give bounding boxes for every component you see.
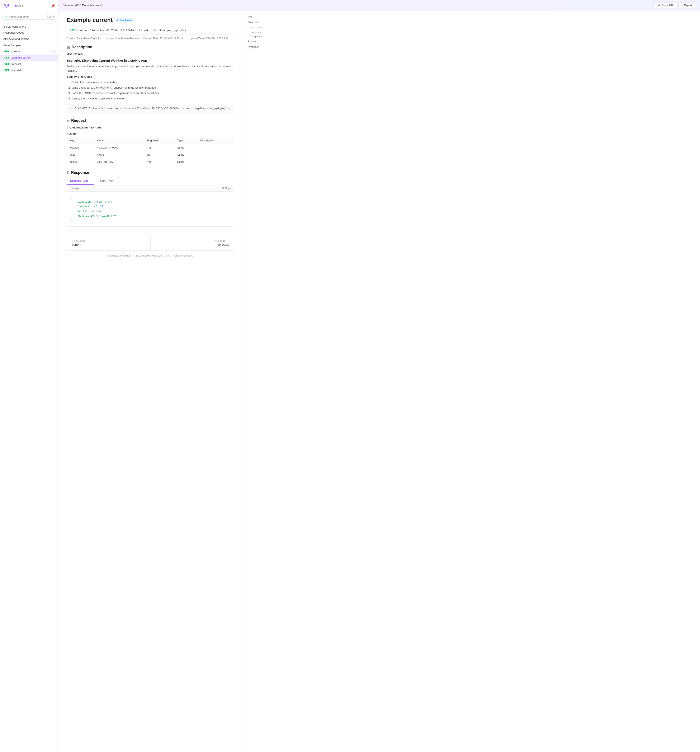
sidebar-item-label: current bbox=[11, 50, 20, 53]
right-nav-use-cases[interactable]: use-cases bbox=[246, 25, 272, 30]
export-button[interactable]: ↑ Export bbox=[678, 2, 695, 8]
pin-icon[interactable]: 📌 bbox=[51, 4, 55, 8]
response-icon: {} bbox=[67, 171, 69, 175]
meta-info: Creator: Cora Maeve Reynolds Updater: Co… bbox=[67, 37, 234, 40]
next-hint-text: next page > bbox=[215, 239, 227, 242]
sidebar-item-historial[interactable]: GET historial + bbox=[0, 67, 58, 73]
step-4: Display the data in the app's weather wi… bbox=[71, 96, 234, 101]
search-input-wrap[interactable]: 🔍 bbox=[3, 14, 46, 20]
copy-label: Copy bbox=[225, 187, 231, 190]
page-title: Example current bbox=[67, 17, 113, 23]
page-title-row: Example current ● Developing bbox=[67, 17, 234, 23]
prev-page-nav[interactable]: ‹ < last page current bbox=[67, 235, 151, 251]
next-page-nav[interactable]: next page > › forecast bbox=[151, 235, 234, 251]
auth-value: NO Auth bbox=[90, 126, 101, 129]
top-header: Weather API / Example current ⊕ Copy API… bbox=[59, 0, 700, 11]
th-description: Description bbox=[198, 137, 234, 144]
response-section-heading: {} Response bbox=[67, 171, 234, 175]
response-box: Example ⧉ Copy { "location": "New York", bbox=[67, 185, 234, 227]
auth-label: Authentication: bbox=[69, 126, 88, 129]
plus-icon[interactable]: + bbox=[53, 44, 55, 47]
sidebar-item-code-samples[interactable]: Code Samples + bbox=[0, 42, 58, 48]
filter-label: All bbox=[49, 16, 52, 19]
right-nav-scenario[interactable]: scenario-displayin... bbox=[246, 30, 272, 39]
scenario-text: To display current weather conditions in… bbox=[67, 64, 234, 73]
copy-api-button[interactable]: ⊕ Copy API bbox=[655, 2, 676, 8]
table-row: units metric No String bbox=[67, 151, 234, 158]
pagination: ‹ < last page current next page > › fore… bbox=[67, 235, 234, 251]
right-nav-request[interactable]: Request bbox=[246, 39, 272, 44]
sidebar-item-response-codes[interactable]: Response Codes bbox=[0, 30, 58, 36]
meta-creator: Creator: Cora Maeve Reynolds bbox=[67, 37, 101, 40]
prev-arrow-icon: ‹ bbox=[72, 239, 73, 242]
endpoint-url: /current?location=40.7128,-74.0060&units… bbox=[77, 29, 186, 32]
next-arrow-icon: › bbox=[228, 239, 229, 242]
copy-api-label: Copy API bbox=[661, 4, 673, 7]
plus-icon[interactable]: + bbox=[53, 68, 55, 72]
td-required: Yes bbox=[144, 144, 175, 151]
copy-response-button[interactable]: ⧉ Copy bbox=[222, 187, 231, 190]
json-line-temperature: "temperature": 22, bbox=[70, 204, 230, 209]
breadcrumb-parent[interactable]: Weather API bbox=[64, 4, 79, 7]
tab-failure-404[interactable]: Failure（404） bbox=[95, 177, 119, 185]
plus-icon[interactable]: + bbox=[53, 62, 55, 65]
step-3: Parse the JSON response to extract tempe… bbox=[71, 90, 234, 96]
export-icon: ↑ bbox=[681, 4, 683, 7]
sidebar-item-api-keys[interactable]: API Keys and Tokens + bbox=[0, 36, 58, 42]
plus-icon[interactable]: + bbox=[53, 56, 55, 59]
th-required: Required bbox=[144, 137, 175, 144]
prev-hint-text: < last page bbox=[74, 239, 85, 242]
copy-icon: ⧉ bbox=[222, 187, 224, 190]
description-icon: ▤ bbox=[67, 45, 70, 49]
content-area: Example current ● Developing GET /curren… bbox=[59, 11, 242, 752]
sidebar-item-label: Code Samples bbox=[3, 44, 21, 47]
tab-success-200[interactable]: Success（200） bbox=[67, 177, 95, 185]
sidebar-item-global-params[interactable]: Global Parameters bbox=[0, 23, 58, 30]
auth-label-row: Authentication: NO Auth bbox=[67, 126, 234, 129]
td-required: Yes bbox=[144, 158, 175, 165]
main-content: Weather API / Example current ⊕ Copy API… bbox=[59, 0, 700, 752]
plus-icon[interactable]: + bbox=[53, 37, 55, 40]
method-badge-get: GET bbox=[3, 56, 10, 59]
json-line-brace-open: { bbox=[70, 195, 230, 200]
td-key: location bbox=[67, 144, 95, 151]
sidebar-item-label: Example current bbox=[11, 56, 31, 59]
endpoint-method: GET bbox=[70, 29, 75, 32]
plus-icon[interactable]: + bbox=[53, 50, 55, 53]
logo-text: EchoAPI bbox=[12, 4, 23, 8]
response-code-block: { "location": "New York", "temperature":… bbox=[67, 191, 234, 227]
export-label: Export bbox=[684, 4, 692, 7]
filter-button[interactable]: All ▾ bbox=[47, 14, 56, 20]
curl-copy-button[interactable]: ⧉ bbox=[227, 107, 230, 111]
breadcrumb: Weather API / Example current bbox=[64, 4, 102, 7]
method-badge-get: GET bbox=[3, 69, 10, 71]
json-line-units: "units": "metric", bbox=[70, 209, 230, 214]
breadcrumb-separator: / bbox=[80, 4, 81, 7]
right-nav-description[interactable]: Description bbox=[246, 20, 272, 25]
th-key: Key bbox=[67, 137, 95, 144]
td-value: your_api_key bbox=[95, 158, 144, 165]
table-header-row: Key Value Required Type Description bbox=[67, 137, 234, 144]
response-title: Response bbox=[71, 171, 89, 175]
request-title: Request bbox=[71, 118, 86, 123]
method-badge-get: GET bbox=[3, 50, 10, 53]
sidebar-item-label: forecast bbox=[11, 62, 21, 65]
td-type: String bbox=[175, 151, 198, 158]
step-1: Obtain the user's location coordinates. bbox=[71, 79, 234, 85]
svg-point-6 bbox=[5, 5, 6, 6]
sidebar-item-label: historial bbox=[11, 69, 21, 72]
json-line-brace-close: } bbox=[70, 219, 230, 223]
sidebar-search-area: 🔍 All ▾ bbox=[0, 12, 58, 22]
endpoint-bar: GET /current?location=40.7128,-74.0060&u… bbox=[67, 27, 234, 34]
right-nav-response[interactable]: Response bbox=[246, 44, 272, 50]
right-nav-info[interactable]: Info bbox=[246, 14, 272, 20]
left-bar-accent bbox=[67, 126, 67, 129]
example-label: Example bbox=[70, 187, 80, 190]
search-input[interactable] bbox=[9, 15, 44, 19]
sidebar-item-example-current[interactable]: GET Example current + bbox=[0, 54, 58, 61]
scenario-code-inline: /current bbox=[156, 65, 171, 68]
sidebar-item-forecast[interactable]: GET forecast + bbox=[0, 61, 58, 67]
sidebar-item-current[interactable]: GET current + bbox=[0, 48, 58, 54]
th-value: Value bbox=[95, 137, 144, 144]
prev-page-hint: ‹ < last page bbox=[72, 239, 145, 242]
